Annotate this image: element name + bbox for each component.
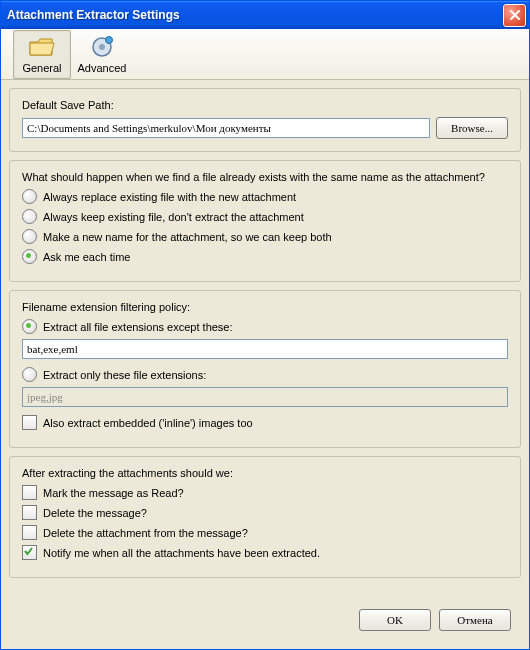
checkbox-icon [22,525,37,540]
close-icon [509,9,521,21]
window-title: Attachment Extractor Settings [7,8,503,22]
tab-general[interactable]: General [13,30,71,79]
group-extension-filter: Filename extension filtering policy: Ext… [9,290,521,448]
only-extensions-input [22,387,508,407]
except-extensions-input[interactable] [22,339,508,359]
cancel-button[interactable]: Отмена [439,609,511,631]
check-mark-read-label: Mark the message as Read? [43,487,184,499]
filter-title: Filename extension filtering policy: [22,301,508,313]
settings-dialog: Attachment Extractor Settings General Ad… [0,0,530,650]
radio-icon [22,189,37,204]
radio-keep-label: Always keep existing file, don't extract… [43,211,304,223]
content-area: Default Save Path: Browse... What should… [1,80,529,649]
check-inline-label: Also extract embedded ('inline') images … [43,417,253,429]
tab-general-label: General [22,62,61,74]
radio-replace-label: Always replace existing file with the ne… [43,191,296,203]
check-mark-read[interactable]: Mark the message as Read? [22,485,508,500]
check-delete-attachment[interactable]: Delete the attachment from the message? [22,525,508,540]
radio-except-label: Extract all file extensions except these… [43,321,233,333]
radio-icon [22,249,37,264]
gear-icon [89,34,115,60]
folder-icon [28,34,56,60]
radio-icon [22,367,37,382]
ok-button[interactable]: OK [359,609,431,631]
after-title: After extracting the attachments should … [22,467,508,479]
checkbox-icon [22,415,37,430]
group-overwrite-policy: What should happen when we find a file a… [9,160,521,282]
check-notify[interactable]: Notify me when all the attachments have … [22,545,508,560]
radio-replace[interactable]: Always replace existing file with the ne… [22,189,508,204]
radio-rename-label: Make a new name for the attachment, so w… [43,231,332,243]
checkbox-icon [22,545,37,560]
save-path-label: Default Save Path: [22,99,508,111]
overwrite-question: What should happen when we find a file a… [22,171,508,183]
svg-point-1 [99,44,105,50]
radio-only-label: Extract only these file extensions: [43,369,206,381]
group-save-path: Default Save Path: Browse... [9,88,521,152]
radio-ask[interactable]: Ask me each time [22,249,508,264]
radio-keep[interactable]: Always keep existing file, don't extract… [22,209,508,224]
radio-icon [22,229,37,244]
dialog-footer: OK Отмена [9,603,521,641]
check-delete-attachment-label: Delete the attachment from the message? [43,527,248,539]
close-button[interactable] [503,4,526,27]
radio-only[interactable]: Extract only these file extensions: [22,367,508,382]
title-bar[interactable]: Attachment Extractor Settings [1,1,529,29]
check-delete-message-label: Delete the message? [43,507,147,519]
svg-point-2 [106,37,113,44]
check-delete-message[interactable]: Delete the message? [22,505,508,520]
check-notify-label: Notify me when all the attachments have … [43,547,320,559]
browse-button[interactable]: Browse... [436,117,508,139]
group-after-extract: After extracting the attachments should … [9,456,521,578]
radio-except[interactable]: Extract all file extensions except these… [22,319,508,334]
checkbox-icon [22,505,37,520]
radio-ask-label: Ask me each time [43,251,130,263]
radio-icon [22,319,37,334]
check-inline-images[interactable]: Also extract embedded ('inline') images … [22,415,508,430]
checkbox-icon [22,485,37,500]
radio-rename[interactable]: Make a new name for the attachment, so w… [22,229,508,244]
radio-icon [22,209,37,224]
save-path-input[interactable] [22,118,430,138]
tab-toolbar: General Advanced [1,29,529,80]
tab-advanced[interactable]: Advanced [73,30,131,79]
tab-advanced-label: Advanced [78,62,127,74]
